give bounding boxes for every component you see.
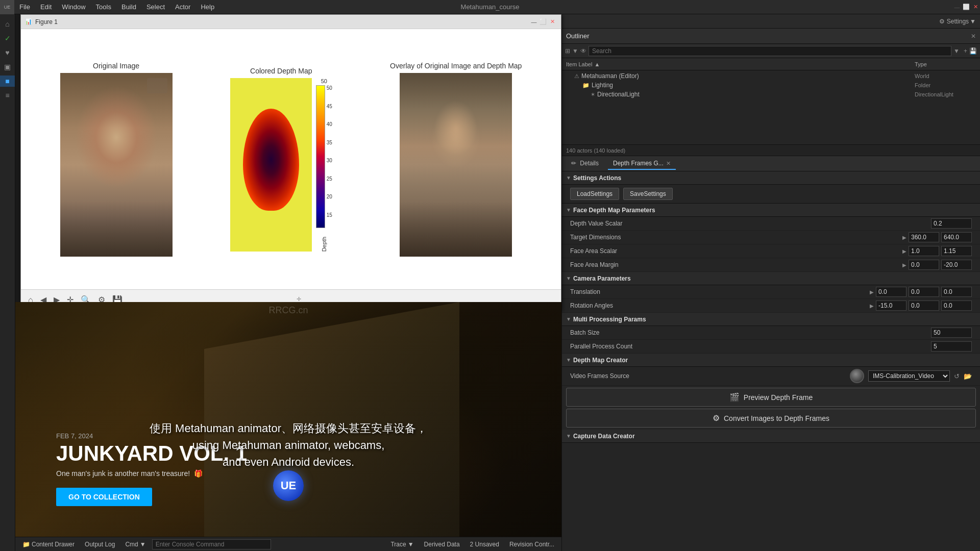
figure-close-button[interactable]: ✕ — [548, 17, 557, 27]
figure-minimize-button[interactable]: — — [529, 17, 538, 27]
depth-map-creator-section[interactable]: ▼ Depth Map Creator — [562, 354, 980, 367]
minimize-button[interactable]: — — [952, 3, 962, 12]
menu-build[interactable]: Build — [116, 1, 141, 13]
save-icon[interactable]: 💾 — [969, 47, 977, 55]
face-area-scalar-label: Face Area Scalar — [570, 247, 902, 255]
menu-window[interactable]: Window — [57, 1, 90, 13]
content-drawer-button[interactable]: 📁 Content Drawer — [18, 540, 79, 549]
convert-images-button[interactable]: ⚙ Convert Images to Depth Frames — [566, 409, 976, 428]
unsaved-button[interactable]: 2 Unsaved — [466, 540, 503, 549]
translation-z-input[interactable] — [941, 287, 972, 297]
face-area-margin-x-input[interactable] — [909, 260, 939, 270]
batch-size-input[interactable] — [931, 328, 972, 338]
settings-actions-label: Settings Actions — [573, 174, 621, 182]
face-area-scalar-y-input[interactable] — [941, 246, 972, 256]
colorbar-label-35: 35 — [327, 140, 332, 145]
go-to-collection-button[interactable]: GO TO COLLECTION — [56, 488, 152, 506]
translation-y-input[interactable] — [909, 287, 939, 297]
close-button[interactable]: ✕ — [971, 3, 980, 12]
tree-item-world[interactable]: ⚠ Metahuaman (Editor) World — [562, 71, 980, 81]
sidebar-monitor-icon[interactable]: ▣ — [2, 61, 13, 72]
menu-edit[interactable]: Edit — [35, 1, 57, 13]
tab-close-icon[interactable]: ✕ — [666, 160, 671, 166]
video-source-dropdown[interactable]: IMS-Calibration_Video — [868, 370, 950, 382]
sidebar-active-icon[interactable]: ■ — [0, 76, 15, 87]
menu-select[interactable]: Select — [141, 1, 170, 13]
face-area-margin-inputs: ▶ — [902, 260, 972, 270]
menu-help[interactable]: Help — [195, 1, 219, 13]
expand-icon2: ▶ — [902, 248, 906, 254]
trace-arrow-icon: ▼ — [408, 541, 414, 548]
outliner: Outliner ✕ ⊞ ▼ 👁 ▼ + 💾 Item Label ▲ Type — [562, 29, 980, 156]
column-item-label[interactable]: Item Label ▲ — [566, 61, 915, 67]
search-dropdown-icon[interactable]: ▼ — [953, 47, 960, 55]
face-depth-map-section[interactable]: ▼ Face Depth Map Parameters — [562, 204, 980, 217]
figure-window: 📊 Figure 1 — ⬜ ✕ Original Image — [20, 14, 561, 310]
trace-button[interactable]: Trace ▼ — [386, 540, 418, 549]
batch-size-label: Batch Size — [570, 329, 931, 336]
filter-arrow-icon[interactable]: ▼ — [572, 47, 578, 55]
console-input[interactable] — [152, 539, 271, 549]
target-dim-x-input[interactable] — [909, 232, 939, 242]
parallel-process-count-input[interactable] — [931, 341, 972, 352]
load-settings-button[interactable]: LoadSettings — [570, 188, 619, 200]
video-source-label: Video Frames Source — [570, 372, 846, 380]
colorbar-label-15: 15 — [327, 212, 332, 218]
derived-data-button[interactable]: Derived Data — [420, 540, 464, 549]
tree-item-type: Folder — [915, 82, 976, 88]
depth-value-scalar-row: Depth Value Scalar — [562, 217, 980, 231]
menu-file[interactable]: File — [14, 1, 35, 13]
colorbar-labels: 50 45 40 35 30 25 20 15 — [327, 85, 332, 218]
translation-label: Translation — [570, 288, 870, 295]
capture-data-section[interactable]: ▼ Capture Data Creator — [562, 430, 980, 443]
depth-frames-tab[interactable]: Depth Frames G... ✕ — [608, 158, 676, 170]
output-log-button[interactable]: Output Log — [81, 540, 119, 549]
outliner-close-icon[interactable]: ✕ — [971, 33, 976, 40]
preview-depth-frame-button[interactable]: 🎬 Preview Depth Frame — [566, 388, 976, 407]
depth-value-scalar-input[interactable] — [931, 218, 972, 229]
figure-resize-button[interactable]: ⬜ — [538, 17, 548, 27]
settings-gear-icon[interactable]: ⚙ — [939, 18, 945, 25]
settings-actions-section[interactable]: ▼ Settings Actions — [562, 171, 980, 185]
revision-button[interactable]: Revision Contr... — [505, 540, 558, 549]
browse-icon[interactable]: 📂 — [964, 372, 972, 380]
sidebar-check-icon[interactable]: ✓ — [2, 33, 13, 44]
light-icon: ✶ — [591, 91, 595, 98]
filter-icon[interactable]: ⊞ — [565, 47, 570, 55]
target-dim-y-input[interactable] — [941, 232, 972, 242]
reset-icon[interactable]: ↺ — [954, 372, 960, 380]
rotation-z-input[interactable] — [941, 300, 972, 311]
sidebar-layers-icon[interactable]: ≡ — [2, 90, 13, 101]
parallel-process-count-row: Parallel Process Count — [562, 340, 980, 354]
depth-creator-arrow-icon: ▼ — [566, 357, 571, 363]
camera-params-section[interactable]: ▼ Camera Parameters — [562, 272, 980, 285]
sidebar-heart-icon[interactable]: ♥ — [2, 47, 13, 58]
column-type: Type — [915, 61, 976, 67]
outliner-toolbar: ⊞ ▼ 👁 ▼ + 💾 — [562, 44, 980, 58]
menu-tools[interactable]: Tools — [91, 1, 116, 13]
rotation-x-input[interactable] — [876, 300, 906, 311]
tree-item-directional-light[interactable]: ✶ DirectionalLight DirectionalLight — [562, 90, 980, 99]
face-area-margin-label: Face Area Margin — [570, 261, 902, 268]
parallel-process-count-label: Parallel Process Count — [570, 343, 931, 350]
translation-row: Translation ▶ — [562, 285, 980, 299]
rotation-y-input[interactable] — [909, 300, 939, 311]
outliner-search-input[interactable] — [589, 46, 951, 56]
cmd-button[interactable]: Cmd ▼ — [121, 540, 150, 549]
settings-dropdown-icon[interactable]: ▼ — [970, 18, 976, 25]
eye-icon[interactable]: 👁 — [580, 47, 586, 55]
maximize-button[interactable]: ⬜ — [962, 3, 971, 12]
add-icon[interactable]: + — [964, 47, 967, 55]
face-area-margin-y-input[interactable] — [941, 260, 972, 270]
folder-icon: 📁 — [582, 82, 590, 89]
details-tab[interactable]: ✏ Details — [566, 158, 604, 170]
sidebar-home-icon[interactable]: ⌂ — [2, 18, 13, 30]
face-area-scalar-x-input[interactable] — [909, 246, 939, 256]
translation-x-input[interactable] — [876, 287, 906, 297]
menu-actor[interactable]: Actor — [170, 1, 195, 13]
colorbar-label-45: 45 — [327, 104, 332, 109]
tree-item-lighting[interactable]: 📁 Lighting Folder — [562, 81, 980, 90]
details-panel: ✏ Details Depth Frames G... ✕ ▼ Settings… — [562, 156, 980, 551]
multi-processing-section[interactable]: ▼ Multi Processing Params — [562, 313, 980, 326]
save-settings-button[interactable]: SaveSettings — [623, 188, 673, 200]
